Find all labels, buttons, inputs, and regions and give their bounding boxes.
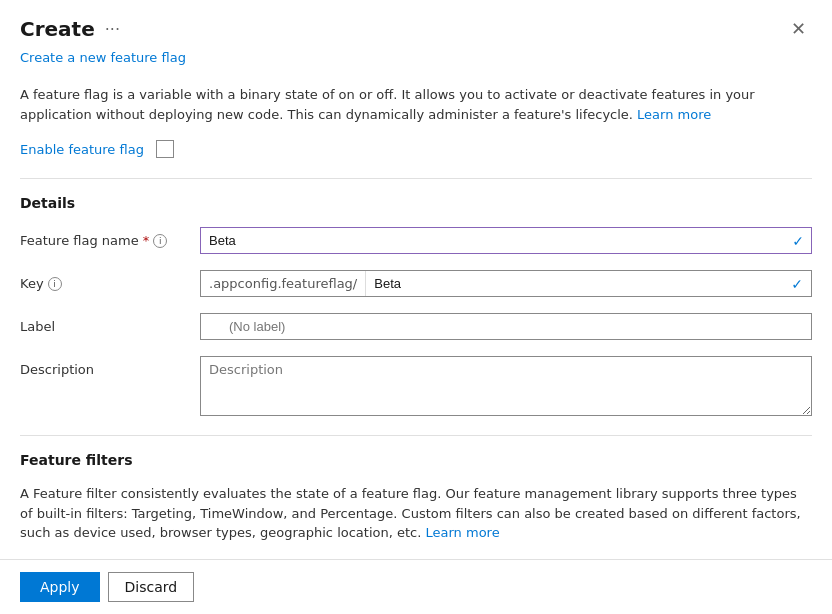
description-label: Description	[20, 356, 200, 377]
key-info-icon[interactable]: i	[48, 277, 62, 291]
label-label: Label	[20, 313, 200, 334]
feature-flag-name-row: Feature flag name * i ✓	[20, 227, 812, 254]
more-options-icon[interactable]: ···	[105, 20, 120, 39]
description-row: Description	[20, 356, 812, 419]
filters-description: A Feature filter consistently evaluates …	[20, 484, 812, 543]
label-control: ⌕	[200, 313, 812, 340]
feature-flag-name-input-wrap: ✓	[200, 227, 812, 254]
enable-feature-flag-row: Enable feature flag	[20, 140, 812, 158]
key-input-wrap: ✓	[366, 271, 811, 296]
required-star: *	[143, 233, 150, 248]
divider-before-filters	[20, 435, 812, 436]
enable-feature-flag-label: Enable feature flag	[20, 142, 144, 157]
filters-section-title: Feature filters	[20, 452, 812, 468]
discard-button[interactable]: Discard	[108, 572, 195, 602]
key-prefix: .appconfig.featureflag/	[201, 271, 366, 296]
name-info-icon[interactable]: i	[153, 234, 167, 248]
label-input-wrap: ⌕	[200, 313, 812, 340]
label-row: Label ⌕	[20, 313, 812, 340]
title-row: Create ···	[20, 17, 120, 41]
label-input[interactable]	[200, 313, 812, 340]
learn-more-intro-link[interactable]: Learn more	[637, 107, 711, 122]
details-section-title: Details	[20, 195, 812, 211]
key-input-combined: .appconfig.featureflag/ ✓	[200, 270, 812, 297]
enable-feature-flag-checkbox[interactable]	[156, 140, 174, 158]
close-button[interactable]: ✕	[785, 16, 812, 42]
feature-filters-section: Feature filters A Feature filter consist…	[20, 435, 812, 577]
panel-subtitle[interactable]: Create a new feature flag	[0, 50, 832, 77]
panel-title: Create	[20, 17, 95, 41]
panel-body: A feature flag is a variable with a bina…	[0, 77, 832, 577]
divider-after-enable	[20, 178, 812, 179]
learn-more-filters-link[interactable]: Learn more	[426, 525, 500, 540]
key-label: Key i	[20, 270, 200, 291]
intro-text: A feature flag is a variable with a bina…	[20, 85, 812, 124]
name-checkmark-icon: ✓	[792, 233, 804, 249]
create-panel: Create ··· ✕ Create a new feature flag A…	[0, 0, 832, 614]
key-control: .appconfig.featureflag/ ✓	[200, 270, 812, 297]
key-checkmark-icon: ✓	[791, 276, 803, 292]
panel-footer: Apply Discard	[0, 559, 832, 614]
description-control	[200, 356, 812, 419]
feature-flag-name-control: ✓	[200, 227, 812, 254]
feature-flag-name-input[interactable]	[200, 227, 812, 254]
apply-button[interactable]: Apply	[20, 572, 100, 602]
key-input[interactable]	[366, 271, 811, 296]
key-row: Key i .appconfig.featureflag/ ✓	[20, 270, 812, 297]
description-input[interactable]	[200, 356, 812, 416]
panel-header: Create ··· ✕	[0, 0, 832, 50]
feature-flag-name-label: Feature flag name * i	[20, 227, 200, 248]
